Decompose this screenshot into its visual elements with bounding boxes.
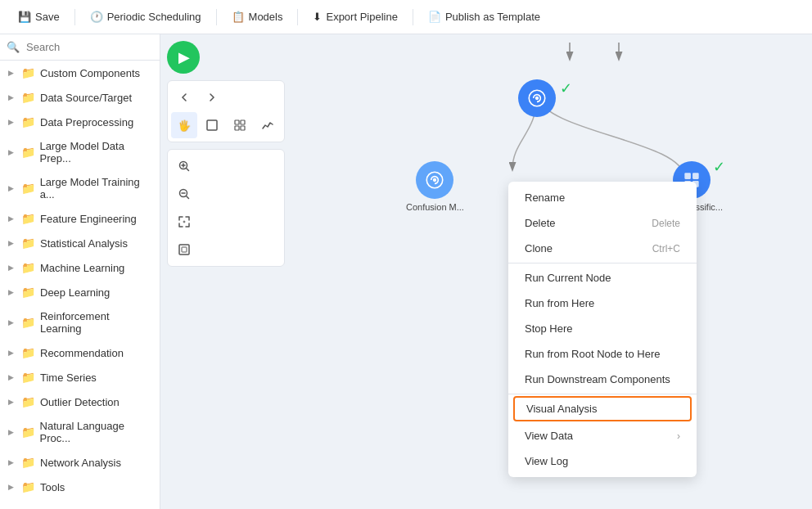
- toolbar-divider4: [413, 9, 413, 25]
- node-circle-confusion: [416, 161, 453, 199]
- svg-rect-16: [182, 247, 187, 252]
- play-button[interactable]: ▶: [167, 41, 200, 74]
- canvas-tools: ▶ 🖐: [167, 41, 285, 267]
- sidebar-item-label: Machine Learning: [40, 262, 124, 274]
- svg-rect-4: [235, 126, 239, 130]
- svg-rect-2: [235, 120, 239, 124]
- main-content: 🔍 ▶ 📁 Custom Components ▶ 📁 Data Source/…: [0, 34, 812, 509]
- svg-rect-24: [684, 173, 691, 179]
- toolbar-divider: [74, 9, 75, 25]
- zoom-tools: [167, 149, 285, 267]
- sidebar-item-statistical-analysis[interactable]: ▶ 📁 Statistical Analysis: [0, 231, 160, 255]
- sidebar-item-data-source[interactable]: ▶ 📁 Data Source/Target: [0, 85, 160, 110]
- sidebar: 🔍 ▶ 📁 Custom Components ▶ 📁 Data Source/…: [0, 34, 160, 509]
- ctx-run-downstream[interactable]: Run Downstream Components: [508, 367, 697, 392]
- top-node[interactable]: ✓: [518, 79, 556, 117]
- chevron-icon: ▶: [8, 458, 16, 466]
- folder-icon: 📁: [21, 456, 35, 469]
- ctx-stop-here[interactable]: Stop Here: [508, 316, 697, 341]
- sidebar-item-tools[interactable]: ▶ 📁 Tools: [0, 475, 160, 499]
- folder-icon: 📁: [21, 91, 35, 104]
- confusion-matrix-node[interactable]: Confusion M...: [406, 161, 464, 212]
- save-button[interactable]: 💾 Save: [10, 7, 68, 26]
- sidebar-item-large-model-training[interactable]: ▶ 📁 Large Model Training a...: [0, 170, 160, 206]
- grid-tool-button[interactable]: [227, 112, 253, 138]
- sidebar-item-feature-engineering[interactable]: ▶ 📁 Feature Engineering: [0, 206, 160, 231]
- sidebar-item-outlier-detection[interactable]: ▶ 📁 Outlier Detection: [0, 390, 160, 414]
- zoom-in-button[interactable]: [171, 153, 197, 179]
- canvas-area[interactable]: ▶ 🖐: [160, 34, 812, 509]
- svg-point-23: [433, 178, 436, 182]
- sidebar-item-label: Data Preprocessing: [40, 116, 133, 128]
- sidebar-item-network-analysis[interactable]: ▶ 📁 Network Analysis: [0, 450, 160, 475]
- select-tool-button[interactable]: [199, 112, 225, 138]
- svg-rect-3: [241, 120, 245, 124]
- folder-icon: 📁: [21, 66, 35, 79]
- sidebar-item-recommendation[interactable]: ▶ 📁 Recommendation: [0, 340, 160, 365]
- sidebar-item-time-series[interactable]: ▶ 📁 Time Series: [0, 365, 160, 390]
- sidebar-item-nlp[interactable]: ▶ 📁 Natural Language Proc...: [0, 414, 160, 450]
- models-button[interactable]: 📋 Models: [223, 7, 291, 26]
- overview-button[interactable]: [171, 236, 197, 263]
- context-menu: Rename Delete Delete Clone Ctrl+C Run Cu…: [508, 182, 697, 477]
- play-icon: ▶: [178, 48, 190, 66]
- folder-icon: 📁: [21, 236, 35, 250]
- node-circle: [518, 79, 556, 117]
- ctx-delete[interactable]: Delete Delete: [508, 210, 697, 236]
- submenu-arrow-icon: ›: [677, 430, 680, 442]
- ctx-clone[interactable]: Clone Ctrl+C: [508, 236, 697, 261]
- search-container: 🔍: [0, 34, 160, 61]
- chevron-icon: ▶: [8, 118, 16, 126]
- ctx-view-log[interactable]: View Log: [508, 448, 697, 474]
- back-button[interactable]: [171, 84, 197, 110]
- toolbar-divider2: [216, 9, 217, 25]
- sidebar-item-label: Feature Engineering: [40, 213, 137, 225]
- app-container: 💾 Save 🕐 Periodic Scheduling 📋 Models ⬇ …: [0, 0, 812, 509]
- ctx-rename[interactable]: Rename: [508, 185, 697, 210]
- sidebar-item-label: Custom Components: [40, 67, 140, 79]
- sidebar-item-deep-learning[interactable]: ▶ 📁 Deep Learning: [0, 280, 160, 304]
- chart-tool-button[interactable]: [255, 112, 281, 138]
- ctx-view-data[interactable]: View Data ›: [508, 423, 697, 448]
- models-icon: 📋: [232, 11, 245, 23]
- sidebar-item-label: Data Source/Target: [40, 92, 132, 104]
- ctx-run-from-here[interactable]: Run from Here: [508, 291, 697, 316]
- folder-icon: 📁: [21, 371, 35, 384]
- folder-icon: 📁: [21, 395, 35, 408]
- sidebar-item-label: Network Analysis: [40, 457, 121, 469]
- ctx-visual-analysis[interactable]: Visual Analysis: [513, 396, 692, 421]
- folder-icon: 📁: [21, 286, 35, 299]
- export-icon: ⬇: [313, 11, 322, 23]
- periodic-scheduling-button[interactable]: 🕐 Periodic Scheduling: [82, 7, 210, 26]
- zoom-out-button[interactable]: [171, 181, 197, 207]
- toolbar-divider3: [297, 9, 298, 25]
- chevron-icon: ▶: [8, 483, 16, 491]
- sidebar-item-label: Large Model Data Prep...: [40, 140, 153, 164]
- forward-button[interactable]: [199, 84, 225, 110]
- publish-template-button[interactable]: 📄 Publish as Template: [420, 7, 548, 26]
- sidebar-item-data-preprocessing[interactable]: ▶ 📁 Data Preprocessing: [0, 110, 160, 134]
- sidebar-item-label: Recommendation: [40, 347, 124, 359]
- publish-icon: 📄: [428, 11, 441, 23]
- chevron-icon: ▶: [8, 184, 16, 192]
- sidebar-item-label: Large Model Training a...: [40, 176, 153, 200]
- svg-rect-5: [241, 126, 245, 130]
- svg-point-21: [535, 97, 539, 100]
- sidebar-item-reinforcement-learning[interactable]: ▶ 📁 Reinforcement Learning: [0, 304, 160, 340]
- chevron-icon: ▶: [8, 398, 16, 406]
- chevron-icon: ▶: [8, 214, 16, 223]
- sidebar-list: ▶ 📁 Custom Components ▶ 📁 Data Source/Ta…: [0, 61, 160, 509]
- sidebar-item-label: Tools: [40, 481, 65, 493]
- ctx-run-root-to-here[interactable]: Run from Root Node to Here: [508, 341, 697, 367]
- export-pipeline-button[interactable]: ⬇ Export Pipeline: [304, 7, 405, 26]
- search-input[interactable]: [23, 39, 153, 55]
- sidebar-item-label: Statistical Analysis: [40, 237, 128, 250]
- folder-icon: 📁: [21, 346, 35, 359]
- sidebar-item-machine-learning[interactable]: ▶ 📁 Machine Learning: [0, 255, 160, 280]
- ctx-run-current[interactable]: Run Current Node: [508, 265, 697, 291]
- sidebar-item-large-model-data[interactable]: ▶ 📁 Large Model Data Prep...: [0, 134, 160, 170]
- hand-tool-button[interactable]: 🖐: [171, 112, 197, 138]
- sidebar-item-label: Reinforcement Learning: [40, 310, 153, 335]
- fit-view-button[interactable]: [171, 209, 197, 235]
- sidebar-item-custom-components[interactable]: ▶ 📁 Custom Components: [0, 61, 160, 85]
